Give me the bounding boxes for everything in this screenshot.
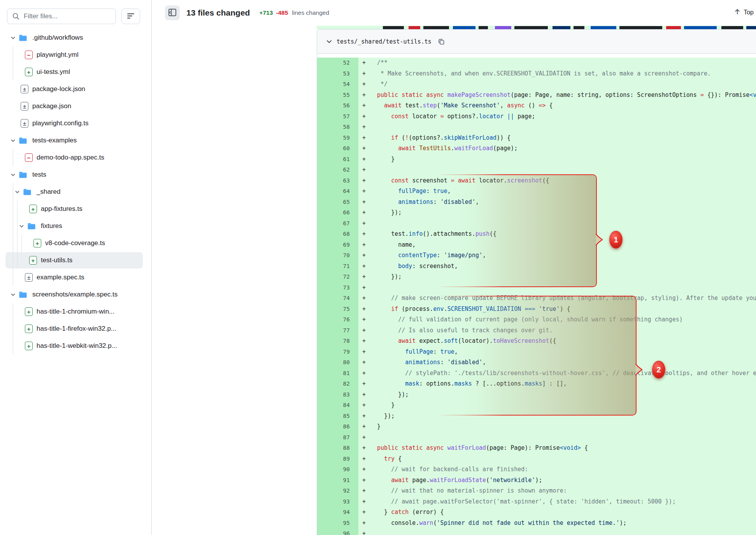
diff-line-number[interactable]: 52 [317,58,358,68]
sidebar-panel-icon [168,8,177,18]
diff-line-number[interactable]: 61 [317,154,358,165]
diff-line-number[interactable]: 79 [317,347,358,358]
chevron-down-icon[interactable] [18,223,25,229]
filter-files-input[interactable] [7,9,116,24]
tree-indent-guide [17,200,18,218]
diff-line-number[interactable]: 67 [317,218,358,229]
file-status-glyph: ± [21,85,28,93]
diff-line-number[interactable]: 96 [317,528,358,535]
diff-line-number[interactable]: 53 [317,68,358,79]
tree-file-ui-tests-yml[interactable]: +ui-tests.yml [0,63,151,81]
diff-line-number[interactable]: 57 [317,111,358,122]
chevron-down-icon[interactable] [10,291,16,298]
diff-row-62: 62+ [317,165,756,175]
diff-line-number[interactable]: 58 [317,122,358,133]
diff-line-number[interactable]: 77 [317,325,358,336]
tree-file-has-title-1-firefox-win32-p-[interactable]: +has-title-1-firefox-win32.p... [0,320,151,337]
diff-line-number[interactable]: 80 [317,357,358,368]
diff-added-marker: + [358,207,370,218]
diff-line-number[interactable]: 91 [317,475,358,486]
back-to-top-link[interactable]: Top [734,9,754,16]
diff-line-number[interactable]: 73 [317,282,358,293]
tree-file-demo-todo-app-spec-ts[interactable]: −demo-todo-app.spec.ts [0,149,151,166]
copy-path-icon[interactable] [438,38,445,45]
diff-line-number[interactable]: 92 [317,486,358,496]
chevron-down-icon[interactable] [10,35,16,41]
diff-line-number[interactable]: 65 [317,197,358,208]
diff-line-number[interactable]: 89 [317,454,358,465]
diff-line-number[interactable]: 94 [317,507,358,518]
tree-folder-tests-examples[interactable]: tests-examples [0,132,151,149]
diff-row-69: 69+ name, [317,240,756,251]
diff-line-number[interactable]: 60 [317,143,358,154]
collapse-sidebar-button[interactable] [165,5,180,20]
tree-folder-screenshots-example-spec-ts[interactable]: screenshots/example.spec.ts [0,286,151,303]
diff-line-number[interactable]: 55 [317,90,358,101]
diff-line-number[interactable]: 84 [317,400,358,411]
collapse-file-chevron-icon[interactable] [325,37,333,46]
file-status-glyph: + [25,342,33,350]
diff-row-58: 58+ [317,122,756,133]
diff-added-marker: + [358,272,370,282]
diff-line-number[interactable]: 63 [317,175,358,186]
chevron-down-icon[interactable] [10,137,16,144]
diff-line-number[interactable]: 85 [317,411,358,422]
diff-line-number[interactable]: 75 [317,304,358,315]
tree-file-package-json[interactable]: ±package.json [0,98,151,115]
clipped-text-fragment [619,26,662,29]
diff-line-number[interactable]: 88 [317,443,358,454]
diff-line-number[interactable]: 86 [317,421,358,432]
tree-file-playwright-yml[interactable]: −playwright.yml [0,46,151,63]
diff-code-line: console.warn('Spinner did not fade out w… [370,518,756,529]
diff-added-marker: + [358,186,370,197]
diff-line-number[interactable]: 68 [317,229,358,240]
diff-line-number[interactable]: 81 [317,368,358,379]
file-filter-button[interactable] [121,9,140,24]
diff-line-number[interactable]: 70 [317,250,358,261]
diff-added-marker: + [358,58,370,68]
clipped-text-fragment [514,26,548,29]
tree-folder--shared[interactable]: _shared [0,183,151,200]
tree-file-v8-code-coverage-ts[interactable]: +v8-code-coverage.ts [0,235,151,252]
file-status-glyph: + [33,239,41,247]
diff-line-number[interactable]: 82 [317,379,358,389]
diff-row-87: 87+ [317,432,756,443]
tree-folder-tests[interactable]: tests [0,166,151,183]
diff-line-number[interactable]: 66 [317,207,358,218]
diff-line-number[interactable]: 71 [317,261,358,272]
diff-line-number[interactable]: 87 [317,432,358,443]
file-added-icon: + [25,342,33,350]
diff-line-number[interactable]: 54 [317,79,358,90]
diff-line-number[interactable]: 83 [317,389,358,400]
diff-line-number[interactable]: 90 [317,464,358,475]
diff-line-number[interactable]: 93 [317,496,358,507]
tree-indent-guide [13,46,13,63]
tree-folder-fixtures[interactable]: fixtures [0,218,151,235]
diff-row-90: 90+ // wait for backend-calls are finish… [317,464,756,475]
tree-file-playwright-config-ts[interactable]: ±playwright.config.ts [0,115,151,132]
diff-line-number[interactable]: 56 [317,100,358,111]
diff-line-number[interactable]: 72 [317,272,358,282]
tree-file-example-spec-ts[interactable]: ±example.spec.ts [0,269,151,286]
tree-file-has-title-1-chromium-win-[interactable]: +has-title-1-chromium-win... [0,303,151,320]
tree-indent-guide [13,218,13,235]
diff-code-line: try { [370,454,756,465]
diff-code-line: }); [370,411,756,422]
file-status-glyph: ± [21,119,28,128]
tree-file-has-title-1-webkit-win32-p-[interactable]: +has-title-1-webkit-win32.p... [0,337,151,354]
tree-file-test-utils-ts[interactable]: +test-utils.ts [0,252,151,269]
chevron-down-icon[interactable] [14,189,20,195]
diff-line-number[interactable]: 76 [317,314,358,325]
diff-line-number[interactable]: 69 [317,240,358,251]
diff-line-number[interactable]: 59 [317,133,358,144]
chevron-down-icon[interactable] [10,172,16,178]
tree-folder--github-workflows[interactable]: .github/workflows [0,29,151,46]
diff-code-line: body: screenshot, [370,261,756,272]
diff-line-number[interactable]: 74 [317,293,358,304]
tree-file-app-fixtures-ts[interactable]: +app-fixtures.ts [0,200,151,218]
diff-line-number[interactable]: 78 [317,336,358,347]
diff-line-number[interactable]: 62 [317,165,358,175]
tree-file-package-lock-json[interactable]: ±package-lock.json [0,81,151,98]
diff-line-number[interactable]: 95 [317,518,358,529]
diff-line-number[interactable]: 64 [317,186,358,197]
